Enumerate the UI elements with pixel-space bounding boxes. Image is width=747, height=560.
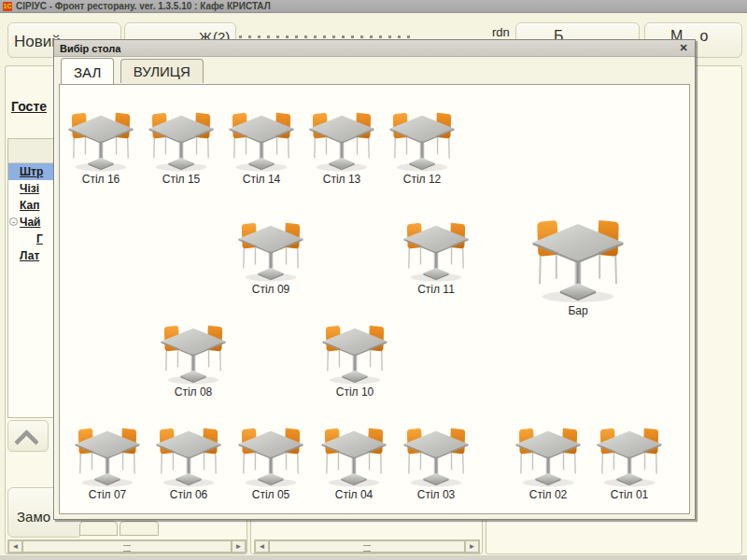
table-icon [64, 105, 137, 173]
occluded-button-top[interactable] [79, 521, 118, 536]
dialog-title: Вибір стола [60, 43, 676, 54]
table-icon [145, 105, 218, 173]
app-logo-icon: 1С [3, 2, 12, 11]
table-label: Стіл 08 [153, 385, 233, 399]
scrollbar-thumb[interactable] [22, 540, 232, 553]
menu-item-label: Лат [20, 249, 39, 262]
table-item[interactable]: Бар [522, 210, 634, 317]
table-item[interactable]: Стіл 07 [67, 421, 148, 501]
table-icon [318, 318, 391, 385]
table-icon [386, 105, 458, 173]
table-label: Стіл 01 [589, 488, 669, 501]
table-icon [225, 105, 298, 173]
table-icon [234, 216, 307, 283]
table-icon [593, 421, 666, 488]
table-icon [400, 421, 472, 488]
table-label: Стіл 14 [221, 173, 302, 186]
table-label: Стіл 15 [141, 173, 221, 186]
scroll-left-arrow-icon[interactable]: ◄ [8, 540, 22, 553]
table-label: Стіл 13 [302, 173, 382, 186]
table-icon [317, 421, 390, 488]
table-label: Стіл 06 [148, 488, 229, 501]
table-icon [400, 216, 472, 283]
table-label: Стіл 12 [382, 173, 462, 186]
menu-item-label: Чай [20, 216, 40, 229]
scroll-left-arrow-icon[interactable]: ◄ [255, 540, 269, 553]
table-item[interactable]: Стіл 12 [382, 105, 462, 186]
table-item[interactable]: Стіл 16 [61, 105, 141, 186]
table-icon [527, 210, 629, 304]
hall-floor-plan: Стіл 16 Стіл 15 Стіл 14 [59, 84, 690, 514]
table-item[interactable]: Стіл 08 [153, 318, 233, 399]
scroll-right-arrow-icon[interactable]: ► [465, 540, 479, 553]
close-icon[interactable]: ✕ [676, 42, 691, 55]
horizontal-scrollbar-middle-panel[interactable]: ◄ ► [254, 539, 480, 553]
tab-street[interactable]: ВУЛИЦЯ [120, 59, 204, 83]
table-label: Стіл 10 [315, 385, 395, 399]
table-icon [152, 421, 225, 488]
table-item[interactable]: Стіл 14 [221, 105, 302, 186]
window-bottom-edge [0, 555, 747, 560]
collapse-button[interactable] [7, 420, 49, 452]
table-item[interactable]: Стіл 06 [148, 421, 229, 501]
menu-item-label: Г [36, 232, 43, 245]
table-icon [234, 421, 307, 488]
table-label: Стіл 03 [396, 488, 476, 501]
table-icon [157, 318, 230, 385]
table-item[interactable]: Стіл 10 [315, 318, 395, 399]
table-label: Стіл 05 [231, 488, 311, 501]
table-item[interactable]: Стіл 09 [231, 216, 311, 296]
table-icon [512, 421, 585, 488]
scrollbar-thumb[interactable] [269, 540, 465, 553]
table-label: Стіл 11 [396, 283, 476, 296]
rdn-text: rdn [492, 25, 510, 39]
dialog-tabs: ЗАЛ ВУЛИЦЯ [54, 58, 695, 84]
tab-hall[interactable]: ЗАЛ [61, 58, 114, 84]
table-item[interactable]: Стіл 04 [314, 421, 394, 501]
chevron-up-icon [18, 429, 35, 446]
table-label: Стіл 07 [67, 488, 148, 501]
menu-item-label: Штр [20, 165, 43, 178]
menu-item-label: Чізі [20, 182, 39, 195]
table-item[interactable]: Стіл 15 [141, 105, 221, 186]
table-item[interactable]: Стіл 01 [589, 421, 669, 501]
table-icon [71, 421, 144, 488]
table-item[interactable]: Стіл 02 [508, 421, 588, 501]
window-titlebar: 1С СІРІУС - Фронт ресторану. ver. 1.3.5.… [0, 0, 747, 13]
table-item[interactable]: Стіл 05 [231, 421, 311, 501]
dialog-titlebar: Вибір стола ✕ [54, 40, 695, 57]
scroll-right-arrow-icon[interactable]: ► [232, 540, 246, 553]
table-item[interactable]: Стіл 13 [302, 105, 382, 186]
table-item[interactable]: Стіл 03 [396, 421, 476, 501]
guests-link[interactable]: Госте [11, 99, 47, 114]
table-label: Стіл 09 [231, 283, 311, 296]
table-item[interactable]: Стіл 11 [396, 216, 476, 296]
table-label: Стіл 16 [61, 173, 141, 186]
occluded-button-top[interactable] [120, 521, 159, 536]
table-icon [305, 105, 378, 173]
table-selection-dialog: Вибір стола ✕ ЗАЛ ВУЛИЦЯ Стіл 16 Ст [53, 39, 696, 520]
table-label: Бар [522, 304, 634, 317]
table-label: Стіл 04 [314, 488, 394, 501]
horizontal-scrollbar-left-panel[interactable]: ◄ ► [7, 539, 247, 553]
window-title: СІРІУС - Фронт ресторану. ver. 1.3.5.10 … [16, 1, 271, 11]
table-label: Стіл 02 [508, 488, 588, 501]
clipped-text-glyph-tops [239, 35, 416, 38]
menu-item-label: Кап [20, 199, 39, 212]
tree-expander-icon[interactable]: - [9, 217, 18, 226]
